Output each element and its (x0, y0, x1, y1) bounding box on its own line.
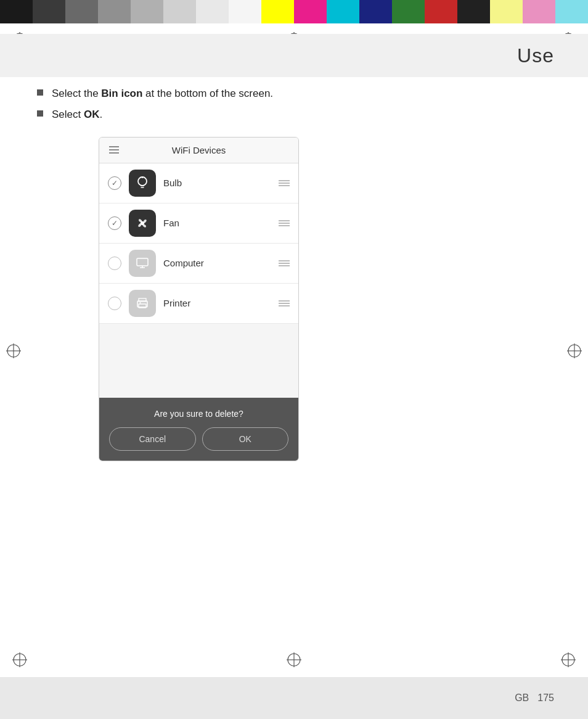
swatch-cyan (327, 0, 359, 23)
printer-checkbox[interactable] (108, 297, 121, 310)
color-bar (0, 0, 588, 23)
swatch-7 (196, 0, 229, 23)
swatch-5 (131, 0, 163, 23)
list-item[interactable]: Computer (99, 244, 298, 284)
instruction-item-1: Select the Bin icon at the bottom of the… (37, 86, 551, 101)
reg-mark-right (566, 342, 583, 362)
checkmark-icon: ✓ (112, 219, 118, 228)
footer-locale: GB (515, 692, 529, 704)
swatch-dark (457, 0, 490, 23)
computer-checkbox[interactable] (108, 257, 121, 270)
bullet-icon-1 (37, 89, 43, 96)
swatch-6 (163, 0, 196, 23)
hamburger-menu-icon (109, 146, 119, 154)
cancel-button[interactable]: Cancel (109, 427, 196, 451)
phone-mockup: WiFi Devices ✓ Bulb (99, 137, 299, 461)
bulb-icon (134, 175, 150, 191)
swatch-8 (229, 0, 261, 23)
phone-header: WiFi Devices (99, 138, 298, 163)
swatch-red (425, 0, 457, 23)
swatch-green (392, 0, 425, 23)
fan-checkbox[interactable]: ✓ (108, 216, 121, 230)
swatch-blue (359, 0, 392, 23)
bulb-device-name: Bulb (163, 178, 274, 188)
instruction-text-1: Select the Bin icon at the bottom of the… (52, 86, 273, 101)
ok-button[interactable]: OK (202, 427, 289, 451)
reg-mark-bottom-left (11, 651, 28, 671)
main-content: Select the Bin icon at the bottom of the… (37, 86, 551, 461)
svg-rect-20 (137, 258, 148, 266)
delete-question-text: Are you sure to delete? (109, 409, 288, 419)
delete-confirmation-area: Are you sure to delete? Cancel OK (99, 398, 298, 461)
printer-icon (134, 295, 150, 311)
bulb-checkbox[interactable]: ✓ (108, 176, 121, 190)
printer-icon-wrap (129, 290, 156, 317)
svg-point-26 (140, 302, 141, 303)
delete-action-buttons: Cancel OK (109, 427, 288, 451)
swatch-magenta (294, 0, 327, 23)
swatch-3 (65, 0, 98, 23)
page-header: Use (0, 34, 588, 77)
svg-point-15 (138, 177, 147, 186)
swatch-2 (33, 0, 65, 23)
drag-handle-icon (279, 260, 290, 266)
list-item[interactable]: ✓ Fan (99, 203, 298, 244)
swatch-light-yellow (490, 0, 523, 23)
reg-mark-bottom-center (285, 651, 303, 671)
instruction-text-2: Select OK. (52, 107, 102, 122)
list-item[interactable]: ✓ Bulb (99, 163, 298, 203)
computer-icon (134, 255, 150, 271)
fan-device-name: Fan (163, 218, 274, 228)
swatch-light-cyan (555, 0, 588, 23)
drag-handle-icon (279, 220, 290, 226)
computer-icon-wrap (129, 250, 156, 277)
wifi-devices-title: WiFi Devices (172, 145, 226, 155)
bulb-icon-wrap (129, 170, 156, 197)
fan-icon (134, 215, 150, 231)
instruction-item-2: Select OK. (37, 107, 551, 122)
printer-device-name: Printer (163, 298, 274, 308)
reg-mark-left (5, 342, 22, 362)
computer-device-name: Computer (163, 258, 274, 268)
swatch-4 (98, 0, 131, 23)
reg-mark-bottom-right (560, 651, 577, 671)
swatch-1 (0, 0, 33, 23)
bullet-icon-2 (37, 110, 43, 117)
page-number: 175 (537, 692, 554, 704)
swatch-light-magenta (523, 0, 555, 23)
instruction-list: Select the Bin icon at the bottom of the… (37, 86, 551, 122)
page-title: Use (517, 44, 554, 67)
page-footer: GB 175 (0, 677, 588, 719)
checkmark-icon: ✓ (112, 179, 118, 187)
drag-handle-icon (279, 180, 290, 186)
fan-icon-wrap (129, 210, 156, 237)
drag-handle-icon (279, 300, 290, 306)
swatch-yellow (261, 0, 294, 23)
device-list: ✓ Bulb (99, 163, 298, 398)
empty-list-space (99, 324, 298, 398)
list-item[interactable]: Printer (99, 284, 298, 324)
